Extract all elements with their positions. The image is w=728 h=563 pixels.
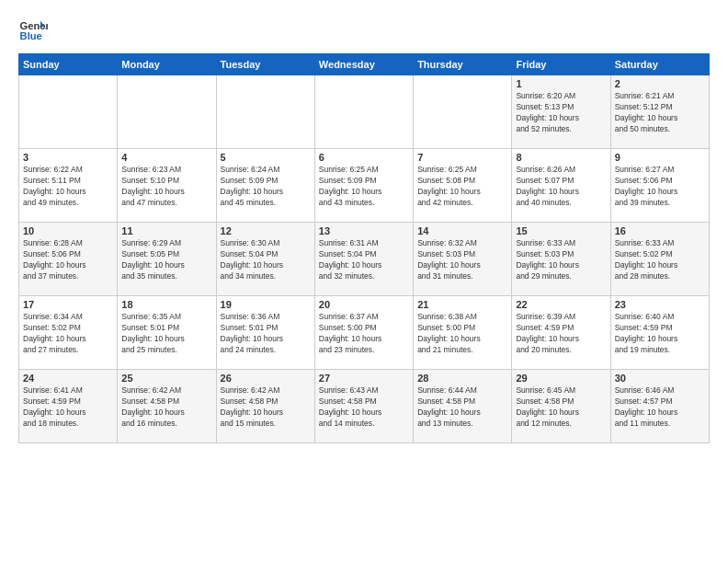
day-header-tuesday: Tuesday [216, 54, 314, 75]
logo: General Blue [18, 15, 51, 44]
day-number: 21 [417, 299, 507, 310]
calendar-cell: 24Sunrise: 6:41 AMSunset: 4:59 PMDayligh… [19, 370, 118, 443]
day-info: Sunrise: 6:46 AMSunset: 4:57 PMDaylight:… [615, 385, 705, 430]
day-number: 30 [615, 373, 705, 384]
day-info: Sunrise: 6:36 AMSunset: 5:01 PMDaylight:… [221, 312, 311, 356]
day-number: 15 [516, 225, 606, 236]
day-info: Sunrise: 6:45 AMSunset: 4:58 PMDaylight:… [516, 385, 606, 430]
calendar-cell: 15Sunrise: 6:33 AMSunset: 5:03 PMDayligh… [512, 223, 610, 296]
day-info: Sunrise: 6:42 AMSunset: 4:58 PMDaylight:… [121, 385, 211, 430]
day-info: Sunrise: 6:20 AMSunset: 5:13 PMDaylight:… [516, 91, 606, 135]
calendar-cell: 22Sunrise: 6:39 AMSunset: 4:59 PMDayligh… [512, 296, 610, 370]
calendar-cell: 11Sunrise: 6:29 AMSunset: 5:05 PMDayligh… [118, 223, 216, 296]
day-info: Sunrise: 6:24 AMSunset: 5:09 PMDaylight:… [221, 165, 311, 209]
day-info: Sunrise: 6:39 AMSunset: 4:59 PMDaylight:… [516, 312, 606, 356]
day-number: 17 [23, 299, 113, 310]
day-number: 29 [516, 373, 606, 384]
day-info: Sunrise: 6:21 AMSunset: 5:12 PMDaylight:… [615, 91, 705, 135]
day-number: 25 [121, 373, 211, 384]
calendar-week-row: 10Sunrise: 6:28 AMSunset: 5:06 PMDayligh… [19, 223, 710, 296]
day-number: 27 [319, 373, 409, 384]
day-number: 13 [319, 225, 409, 236]
calendar-cell: 20Sunrise: 6:37 AMSunset: 5:00 PMDayligh… [314, 296, 413, 370]
day-info: Sunrise: 6:33 AMSunset: 5:03 PMDaylight:… [516, 238, 606, 282]
calendar-cell: 3Sunrise: 6:22 AMSunset: 5:11 PMDaylight… [19, 149, 118, 223]
calendar-cell: 17Sunrise: 6:34 AMSunset: 5:02 PMDayligh… [19, 296, 118, 370]
day-info: Sunrise: 6:31 AMSunset: 5:04 PMDaylight:… [319, 238, 409, 282]
calendar-cell: 26Sunrise: 6:42 AMSunset: 4:58 PMDayligh… [216, 370, 314, 443]
calendar-cell: 27Sunrise: 6:43 AMSunset: 4:58 PMDayligh… [314, 370, 413, 443]
day-info: Sunrise: 6:34 AMSunset: 5:02 PMDaylight:… [23, 312, 113, 356]
calendar-week-row: 24Sunrise: 6:41 AMSunset: 4:59 PMDayligh… [19, 370, 710, 443]
day-number: 14 [417, 225, 507, 236]
calendar-cell: 23Sunrise: 6:40 AMSunset: 4:59 PMDayligh… [610, 296, 709, 370]
logo-icon: General Blue [18, 15, 48, 44]
calendar-cell [216, 75, 314, 149]
day-header-thursday: Thursday [414, 54, 512, 75]
day-number: 7 [417, 152, 507, 163]
day-number: 12 [221, 225, 311, 236]
calendar-cell: 5Sunrise: 6:24 AMSunset: 5:09 PMDaylight… [216, 149, 314, 223]
day-number: 6 [319, 152, 409, 163]
day-info: Sunrise: 6:25 AMSunset: 5:08 PMDaylight:… [417, 165, 507, 209]
day-number: 5 [221, 152, 311, 163]
day-number: 20 [319, 299, 409, 310]
day-number: 19 [221, 299, 311, 310]
calendar-week-row: 17Sunrise: 6:34 AMSunset: 5:02 PMDayligh… [19, 296, 710, 370]
day-number: 1 [516, 78, 606, 89]
day-info: Sunrise: 6:38 AMSunset: 5:00 PMDaylight:… [417, 312, 507, 356]
day-number: 8 [516, 152, 606, 163]
header: General Blue [18, 15, 710, 44]
day-info: Sunrise: 6:40 AMSunset: 4:59 PMDaylight:… [615, 312, 705, 356]
calendar-cell: 28Sunrise: 6:44 AMSunset: 4:58 PMDayligh… [414, 370, 512, 443]
day-info: Sunrise: 6:27 AMSunset: 5:06 PMDaylight:… [615, 165, 705, 209]
svg-text:Blue: Blue [20, 30, 42, 41]
calendar-week-row: 3Sunrise: 6:22 AMSunset: 5:11 PMDaylight… [19, 149, 710, 223]
calendar-cell: 18Sunrise: 6:35 AMSunset: 5:01 PMDayligh… [118, 296, 216, 370]
calendar-table: SundayMondayTuesdayWednesdayThursdayFrid… [18, 53, 710, 443]
day-info: Sunrise: 6:41 AMSunset: 4:59 PMDaylight:… [23, 385, 113, 430]
calendar-cell: 13Sunrise: 6:31 AMSunset: 5:04 PMDayligh… [314, 223, 413, 296]
day-number: 22 [516, 299, 606, 310]
calendar-cell: 7Sunrise: 6:25 AMSunset: 5:08 PMDaylight… [414, 149, 512, 223]
day-header-friday: Friday [512, 54, 610, 75]
calendar-cell: 21Sunrise: 6:38 AMSunset: 5:00 PMDayligh… [414, 296, 512, 370]
day-header-sunday: Sunday [19, 54, 118, 75]
calendar-cell: 8Sunrise: 6:26 AMSunset: 5:07 PMDaylight… [512, 149, 610, 223]
calendar-cell [314, 75, 413, 149]
day-header-monday: Monday [118, 54, 216, 75]
day-number: 18 [121, 299, 211, 310]
calendar-cell: 10Sunrise: 6:28 AMSunset: 5:06 PMDayligh… [19, 223, 118, 296]
day-number: 3 [23, 152, 113, 163]
day-number: 10 [23, 225, 113, 236]
day-number: 2 [615, 78, 705, 89]
day-number: 11 [121, 225, 211, 236]
calendar-cell: 6Sunrise: 6:25 AMSunset: 5:09 PMDaylight… [314, 149, 413, 223]
day-number: 9 [615, 152, 705, 163]
day-info: Sunrise: 6:32 AMSunset: 5:03 PMDaylight:… [417, 238, 507, 282]
day-number: 26 [221, 373, 311, 384]
calendar-cell: 2Sunrise: 6:21 AMSunset: 5:12 PMDaylight… [610, 75, 709, 149]
calendar-page: General Blue SundayMondayTuesdayWednesda… [0, 0, 728, 563]
calendar-cell: 16Sunrise: 6:33 AMSunset: 5:02 PMDayligh… [610, 223, 709, 296]
calendar-cell [414, 75, 512, 149]
day-info: Sunrise: 6:26 AMSunset: 5:07 PMDaylight:… [516, 165, 606, 209]
calendar-week-row: 1Sunrise: 6:20 AMSunset: 5:13 PMDaylight… [19, 75, 710, 149]
day-number: 16 [615, 225, 705, 236]
calendar-cell: 30Sunrise: 6:46 AMSunset: 4:57 PMDayligh… [610, 370, 709, 443]
calendar-cell: 12Sunrise: 6:30 AMSunset: 5:04 PMDayligh… [216, 223, 314, 296]
day-info: Sunrise: 6:43 AMSunset: 4:58 PMDaylight:… [319, 385, 409, 430]
calendar-cell [19, 75, 118, 149]
calendar-cell: 25Sunrise: 6:42 AMSunset: 4:58 PMDayligh… [118, 370, 216, 443]
day-number: 23 [615, 299, 705, 310]
calendar-cell: 19Sunrise: 6:36 AMSunset: 5:01 PMDayligh… [216, 296, 314, 370]
day-info: Sunrise: 6:28 AMSunset: 5:06 PMDaylight:… [23, 238, 113, 282]
day-info: Sunrise: 6:30 AMSunset: 5:04 PMDaylight:… [221, 238, 311, 282]
day-info: Sunrise: 6:35 AMSunset: 5:01 PMDaylight:… [121, 312, 211, 356]
calendar-cell: 14Sunrise: 6:32 AMSunset: 5:03 PMDayligh… [414, 223, 512, 296]
day-info: Sunrise: 6:37 AMSunset: 5:00 PMDaylight:… [319, 312, 409, 356]
calendar-cell: 4Sunrise: 6:23 AMSunset: 5:10 PMDaylight… [118, 149, 216, 223]
calendar-header-row: SundayMondayTuesdayWednesdayThursdayFrid… [19, 54, 710, 75]
day-info: Sunrise: 6:44 AMSunset: 4:58 PMDaylight:… [417, 385, 507, 430]
day-info: Sunrise: 6:29 AMSunset: 5:05 PMDaylight:… [121, 238, 211, 282]
